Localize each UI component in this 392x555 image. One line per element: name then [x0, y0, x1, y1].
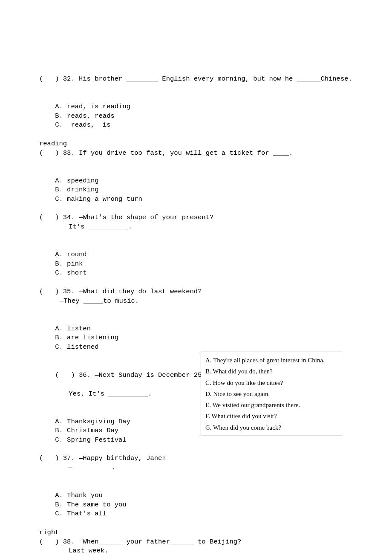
q37-stem: ( ) 37. —Happy birthday, Jane! [39, 454, 353, 463]
q33-stem: ( ) 33. If you drive too fast, you will … [39, 149, 353, 158]
q33-b: B. drinking [55, 185, 142, 195]
q36-b: B. Christmas Day [55, 426, 146, 436]
q34-stem: ( ) 34. —What's the shape of your presen… [39, 213, 353, 223]
q32-stem: ( ) 32. His brother ________ English eve… [39, 75, 353, 84]
option-g: G. When did you come back? [205, 422, 337, 433]
q37-line2: —__________. [39, 463, 353, 473]
q37-c: C. That's all [55, 510, 107, 517]
q33-c: C. making a wrong turn [55, 195, 142, 203]
q35-line2: —They _____to music. [39, 297, 353, 306]
q33-options: A. speeding B. drinking C. making a wron… [39, 158, 353, 213]
q32-options: A. read, is reading B. reads, reads C. r… [39, 84, 353, 139]
option-b: B. What did you do, then? [205, 366, 337, 377]
q35-stem: ( ) 35. —What did they do last weekend? [39, 287, 353, 297]
options-box: A. They're all places of great interest … [201, 352, 342, 436]
option-e: E. We visited our grandparents there. [205, 399, 337, 410]
option-c: C. How do you like the cities? [205, 377, 337, 388]
q34-c: C. short [55, 269, 86, 277]
q37-a: A. Thank you [55, 491, 138, 500]
option-a: A. They're all places of great interest … [205, 355, 337, 366]
q32-a: A. read, is reading [55, 102, 138, 112]
q32-b: B. reads, reads [55, 112, 147, 121]
q35-c: C. listened [55, 343, 98, 351]
q34-options: A. round B. pink C. short [39, 232, 353, 287]
q32-c: C. reads, is [55, 121, 110, 129]
q37-b: B. The same to you [55, 500, 146, 510]
q37-c-cont: right [39, 528, 353, 538]
q34-a: A. round [55, 250, 122, 260]
q38-line2: —Last week. [39, 546, 353, 555]
worksheet-page: ( ) 32. His brother ________ English eve… [0, 0, 392, 555]
option-d: D. Nice to see you again. [205, 388, 337, 399]
q35-b: B. are listening [55, 333, 146, 343]
q38-stem: ( ) 38. —When______ your father______ to… [39, 538, 353, 547]
q37-options: A. Thank you B. The same to you C. That'… [39, 473, 353, 528]
q34-line2: —It's __________. [39, 223, 353, 232]
q36-a: A. Thanksgiving Day [55, 417, 131, 427]
q36-c: C. Spring Festival [55, 436, 126, 444]
q33-a: A. speeding [55, 176, 129, 186]
q34-b: B. pink [55, 260, 172, 269]
q32-c-cont: reading [39, 139, 353, 149]
q36-stem-pre: ( ) 36. —Next Sunday is December 25 [55, 371, 202, 379]
option-f: F. What cities did you visit? [205, 410, 337, 422]
q35-a: A. listen [55, 324, 138, 334]
